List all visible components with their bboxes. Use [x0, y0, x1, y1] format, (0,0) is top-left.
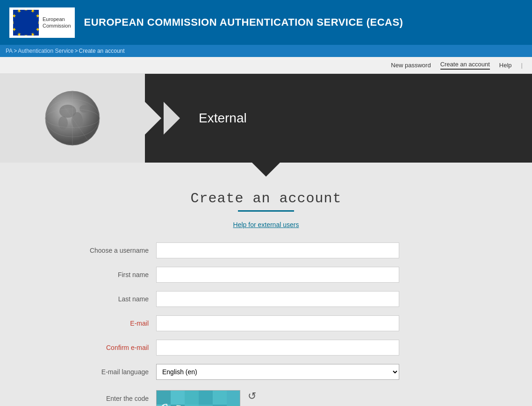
lastname-input[interactable]	[156, 291, 399, 307]
email-row: E-mail	[63, 315, 469, 331]
hero-arrow-down	[250, 160, 282, 177]
breadcrumb-link-pa[interactable]: PA	[6, 48, 13, 54]
firstname-label: First name	[63, 271, 156, 278]
captcha-image: 6 W r l m	[156, 390, 240, 406]
firstname-input[interactable]	[156, 267, 399, 283]
hero-left	[0, 74, 145, 163]
confirm-email-row: Confirm e-mail	[63, 340, 469, 356]
eu-flag-icon	[13, 10, 39, 36]
svg-rect-27	[213, 391, 227, 405]
captcha-row: Enter the code	[63, 388, 469, 406]
breadcrumb: PA > Authentication Service > Create an …	[0, 45, 532, 57]
svg-rect-26	[199, 391, 213, 405]
create-account-link[interactable]: Create an account	[440, 61, 490, 70]
captcha-controls: ↺ ↻ 🔊	[248, 390, 330, 406]
captcha-label: Enter the code	[63, 390, 156, 402]
username-row: Choose a username	[63, 242, 469, 258]
arrow-icon	[164, 102, 180, 135]
lastname-label: Last name	[63, 295, 156, 303]
confirm-email-label: Confirm e-mail	[63, 344, 156, 351]
hero-title: External	[199, 111, 247, 126]
hero-section: External	[0, 74, 532, 163]
svg-point-16	[58, 116, 68, 129]
svg-point-17	[79, 105, 89, 113]
help-external-users-link[interactable]: Help for external users	[233, 221, 299, 228]
globe-icon	[42, 88, 103, 149]
breadcrumb-current: Create an account	[79, 48, 125, 54]
page-title: Create an account	[190, 191, 341, 207]
email-label: E-mail	[63, 320, 156, 327]
hero-right: External	[145, 74, 532, 163]
help-link-nav[interactable]: Help	[499, 62, 512, 69]
nav-separator: |	[521, 62, 523, 69]
site-header: European Commission EUROPEAN COMMISSION …	[0, 0, 532, 45]
captcha-container: 6 W r l m ↺ ↻ 🔊	[156, 390, 399, 406]
svg-rect-28	[227, 391, 240, 405]
captcha-reload-icon[interactable]: ↺	[248, 390, 256, 402]
ec-label: European Commission	[43, 16, 71, 29]
lastname-row: Last name	[63, 291, 469, 307]
title-underline	[238, 210, 294, 212]
main-content: Create an account Help for external user…	[0, 163, 532, 406]
top-nav: New password Create an account Help |	[0, 57, 532, 74]
logo-container: European Commission	[9, 7, 75, 38]
email-language-select-wrapper: English (en) French (fr) German (de) Spa…	[156, 364, 399, 380]
email-input[interactable]	[156, 315, 399, 331]
email-language-select[interactable]: English (en) French (fr) German (de) Spa…	[156, 364, 399, 380]
create-account-form: Choose a username First name Last name E…	[63, 242, 469, 406]
firstname-row: First name	[63, 267, 469, 283]
username-input[interactable]	[156, 242, 399, 258]
username-label: Choose a username	[63, 247, 156, 254]
svg-point-15	[72, 112, 83, 129]
breadcrumb-link-auth[interactable]: Authentication Service	[18, 48, 73, 54]
email-language-row: E-mail language English (en) French (fr)…	[63, 364, 469, 380]
new-password-link[interactable]: New password	[391, 62, 431, 69]
svg-rect-0	[13, 10, 39, 36]
email-language-label: E-mail language	[63, 368, 156, 376]
header-title: EUROPEAN COMMISSION AUTHENTICATION SERVI…	[84, 16, 403, 28]
confirm-email-input[interactable]	[156, 340, 399, 356]
